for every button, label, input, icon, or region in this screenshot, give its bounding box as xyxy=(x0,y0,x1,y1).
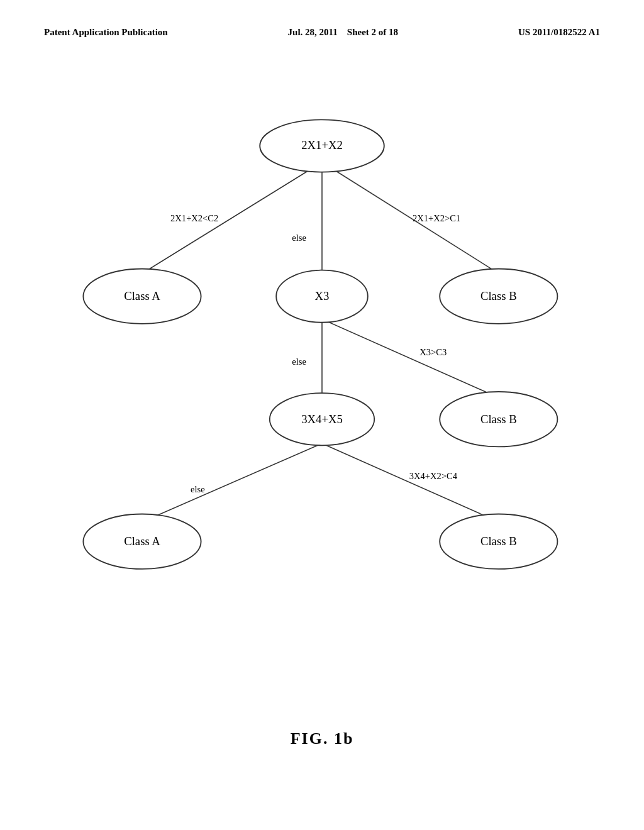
class-b-top-label: Class B xyxy=(480,289,517,302)
page-header: Patent Application Publication Jul. 28, … xyxy=(0,25,644,40)
svg-line-6 xyxy=(322,443,499,522)
left-condition-label: 2X1+X2<C2 xyxy=(170,213,218,223)
svg-line-3 xyxy=(322,319,499,398)
fig-label-text: FIG. 1b xyxy=(291,729,354,748)
header-patent: US 2011/0182522 A1 xyxy=(518,25,600,40)
else-label-2: else xyxy=(292,357,306,367)
else-label-3: else xyxy=(191,484,205,494)
date-label: Jul. 28, 2011 xyxy=(288,27,338,37)
3x4-condition-label: 3X4+X2>C4 xyxy=(409,471,458,481)
publication-label: Patent Application Publication xyxy=(44,27,168,37)
header-publication: Patent Application Publication xyxy=(44,25,168,40)
class-b-bottom-label: Class B xyxy=(480,534,517,548)
class-a-bottom-label: Class A xyxy=(124,534,160,548)
x3-node-label: X3 xyxy=(315,289,330,302)
x3-condition-label: X3>C3 xyxy=(419,347,447,357)
3x4x5-node-label: 3X4+X5 xyxy=(301,412,343,426)
figure-label: FIG. 1b xyxy=(0,729,644,748)
class-a-top-label: Class A xyxy=(124,289,160,302)
root-node-label: 2X1+X2 xyxy=(301,138,343,152)
patent-number: US 2011/0182522 A1 xyxy=(518,27,600,37)
svg-line-0 xyxy=(142,162,322,274)
svg-line-5 xyxy=(142,443,322,522)
header-date-sheet: Jul. 28, 2011 Sheet 2 of 18 xyxy=(288,25,398,40)
sheet-label: Sheet 2 of 18 xyxy=(347,27,398,37)
class-b-mid-label: Class B xyxy=(480,412,517,426)
tree-diagram: 2X1+X2 2X1+X2<C2 else 2X1+X2>C1 Class A … xyxy=(0,113,644,604)
svg-line-2 xyxy=(322,162,499,274)
else-label-1: else xyxy=(292,233,306,243)
right-condition-label: 2X1+X2>C1 xyxy=(413,213,460,223)
